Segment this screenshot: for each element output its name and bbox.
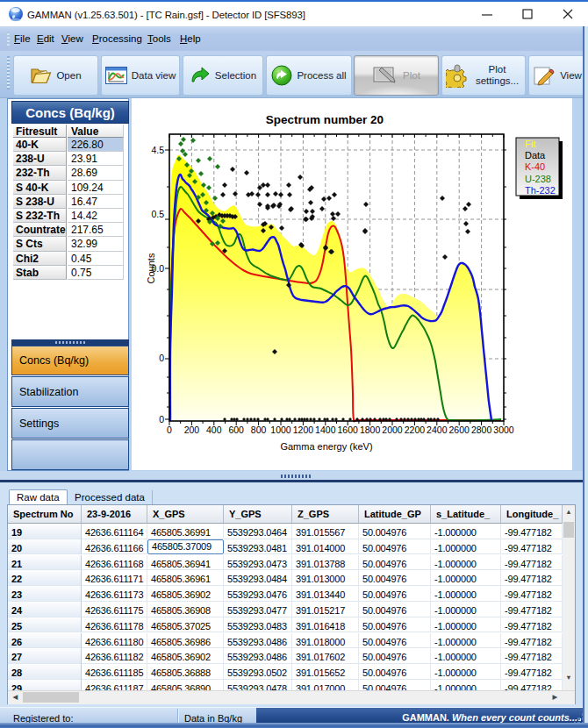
svg-text:Spectrum number 20: Spectrum number 20 — [266, 113, 384, 126]
svg-text:400: 400 — [206, 425, 222, 435]
svg-text:200: 200 — [184, 425, 200, 435]
svg-text:2400: 2400 — [427, 425, 448, 435]
svg-text:0: 0 — [167, 425, 172, 435]
svg-text:800: 800 — [251, 425, 267, 435]
svg-text:4.5: 4.5 — [151, 145, 164, 155]
svg-text:0: 0 — [159, 353, 164, 363]
svg-text:0.5: 0.5 — [151, 209, 164, 219]
svg-text:Counts: Counts — [146, 253, 156, 283]
svg-text:Fit: Fit — [525, 139, 535, 149]
svg-text:Data: Data — [525, 150, 546, 161]
svg-text:1000: 1000 — [270, 425, 291, 435]
svg-text:K-40: K-40 — [525, 161, 545, 172]
svg-text:2200: 2200 — [405, 425, 426, 435]
svg-text:Th-232: Th-232 — [525, 185, 556, 196]
svg-text:600: 600 — [228, 425, 244, 435]
svg-text:0: 0 — [159, 414, 164, 425]
svg-text:1400: 1400 — [315, 425, 336, 435]
svg-text:2000: 2000 — [382, 425, 403, 435]
svg-text:Gamma energy (keV): Gamma energy (keV) — [280, 441, 372, 452]
svg-text:1800: 1800 — [360, 425, 381, 435]
svg-text:3000: 3000 — [493, 425, 514, 435]
svg-text:1200: 1200 — [293, 425, 314, 435]
svg-text:2800: 2800 — [471, 425, 492, 435]
svg-text:2600: 2600 — [449, 425, 470, 435]
svg-text:1600: 1600 — [338, 425, 359, 435]
svg-text:U-238: U-238 — [525, 174, 551, 184]
